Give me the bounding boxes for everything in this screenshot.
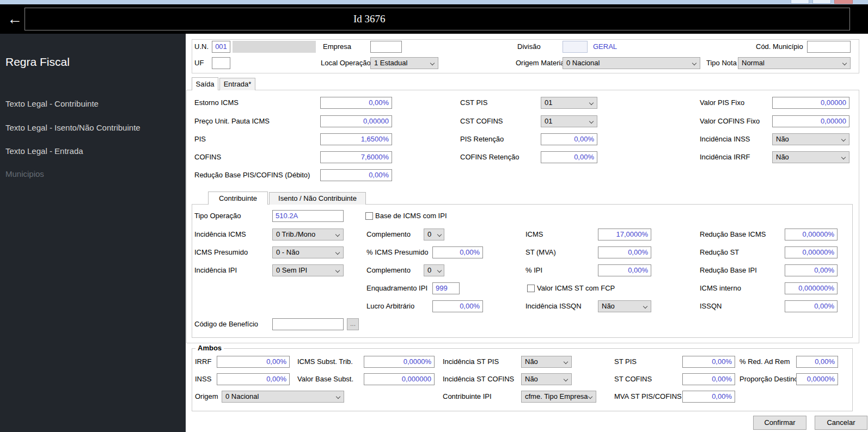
base-icms-ipi-label: Base de ICMS com IPI xyxy=(375,211,447,221)
mva-st-pis-cofins-input[interactable]: 0,00% xyxy=(682,391,735,403)
cod-municipio-input[interactable] xyxy=(807,41,851,53)
origem-select[interactable]: 0 Nacional xyxy=(222,391,344,403)
irrf-label: IRRF xyxy=(195,356,211,368)
preco-pauta-label: Preço Unit. Pauta ICMS xyxy=(194,115,270,127)
valor-base-subst-label: Valor Base Subst. xyxy=(297,373,353,385)
tab-contribuinte[interactable]: Contribuinte xyxy=(208,192,268,205)
inss-input[interactable]: 0,00% xyxy=(217,373,290,385)
maximize-button[interactable] xyxy=(812,0,831,4)
icms-presumido-select[interactable]: 0 - Não xyxy=(272,246,344,258)
chevron-down-icon xyxy=(335,232,340,237)
valor-cofins-fixo-input[interactable]: 0,00000 xyxy=(772,115,849,127)
incidencia-issqn-select[interactable]: Não xyxy=(598,300,651,312)
reducao-base-icms-input[interactable]: 0,00000% xyxy=(785,229,838,240)
back-arrow-icon[interactable]: ← xyxy=(5,9,24,29)
st-cofins-input[interactable]: 0,00% xyxy=(682,373,735,385)
incidencia-st-cofins-select[interactable]: Não xyxy=(521,373,572,385)
pis-input[interactable]: 1,6500% xyxy=(320,133,392,145)
complemento-ipi-label: Complemento xyxy=(366,264,411,276)
chevron-down-icon xyxy=(589,119,594,124)
proporcao-destino-input[interactable]: 0,0000% xyxy=(796,373,838,385)
origem-material-select[interactable]: 0 Nacional xyxy=(563,57,700,69)
lucro-arbitrario-label: Lucro Arbitrário xyxy=(366,300,414,312)
incidencia-ipi-select[interactable]: 0 Sem IPI xyxy=(272,264,344,276)
cancel-button[interactable]: Cancelar xyxy=(815,416,867,430)
st-cofins-label: ST COFINS xyxy=(614,373,652,385)
cod-municipio-label: Cód. Município xyxy=(756,41,803,53)
tab-saida[interactable]: Saída xyxy=(192,77,218,90)
enquadramento-ipi-input[interactable]: 999 xyxy=(432,282,460,294)
local-operacao-select[interactable]: 1 Estadual xyxy=(370,57,438,69)
valor-cofins-fixo-label: Valor COFINS Fixo xyxy=(700,115,760,127)
issqn-input[interactable]: 0,00% xyxy=(785,300,838,312)
valor-pis-fixo-input[interactable]: 0,00000 xyxy=(772,97,849,109)
cofins-retencao-input[interactable]: 0,00% xyxy=(541,151,597,163)
icms-subst-trib-input[interactable]: 0,0000% xyxy=(364,356,435,368)
contribuinte-ipi-select[interactable]: cfme. Tipo Empresa xyxy=(521,391,596,403)
window-titlebar xyxy=(0,0,868,4)
icms-label: ICMS xyxy=(525,229,543,240)
tipo-operacao-input[interactable]: 510.2A xyxy=(272,210,344,222)
icms-interno-label: ICMS interno xyxy=(700,282,741,294)
pis-retencao-input[interactable]: 0,00% xyxy=(541,133,597,145)
icms-input[interactable]: 17,0000% xyxy=(598,229,651,240)
empresa-input[interactable] xyxy=(370,41,402,53)
tab-isento-nao-contribuinte[interactable]: Isento / Não Contribuinte xyxy=(269,192,366,205)
incidencia-irrf-select[interactable]: Não xyxy=(772,151,849,163)
sidebar-item-municipios[interactable]: Municipios xyxy=(5,169,44,178)
reducao-base-ipi-input[interactable]: 0,00% xyxy=(785,264,838,276)
st-mva-input[interactable]: 0,00% xyxy=(598,246,651,258)
sidebar-item-texto-legal-entrada[interactable]: Texto Legal - Entrada xyxy=(5,146,83,156)
base-icms-ipi-checkbox[interactable] xyxy=(365,212,373,220)
confirm-button[interactable]: Confirmar xyxy=(753,416,806,430)
divisao-input[interactable] xyxy=(563,41,588,53)
valor-icms-st-fcp-checkbox[interactable] xyxy=(527,285,535,292)
cst-pis-select[interactable]: 01 xyxy=(541,97,597,109)
tipo-operacao-label: Tipo Operação xyxy=(194,210,241,222)
codigo-beneficio-browse-button[interactable]: ... xyxy=(347,318,359,330)
chevron-down-icon xyxy=(841,155,846,159)
cst-cofins-select[interactable]: 01 xyxy=(541,115,597,127)
pct-ipi-input[interactable]: 0,00% xyxy=(598,264,651,276)
cofins-input[interactable]: 7,6000% xyxy=(320,151,392,163)
sidebar-item-texto-legal-isento[interactable]: Texto Legal - Isento/Não Contribuinte xyxy=(5,123,140,132)
incidencia-icms-label: Incidência ICMS xyxy=(194,229,246,240)
minimize-button[interactable] xyxy=(791,0,809,4)
pct-red-ad-rem-input[interactable]: 0,00% xyxy=(796,356,838,368)
icms-presumido-label: ICMS Presumido xyxy=(194,246,248,258)
close-button[interactable] xyxy=(834,0,853,4)
chevron-down-icon xyxy=(437,268,442,273)
icms-interno-input[interactable]: 0,000000% xyxy=(785,282,838,294)
incidencia-st-pis-select[interactable]: Não xyxy=(521,356,572,368)
pct-icms-presumido-input[interactable]: 0,00% xyxy=(432,246,483,258)
st-pis-input[interactable]: 0,00% xyxy=(682,356,735,368)
sidebar-item-texto-legal-contribuinte[interactable]: Texto Legal - Contribuinte xyxy=(5,99,99,108)
divisao-description: GERAL xyxy=(593,41,617,53)
reducao-st-label: Redução ST xyxy=(700,246,739,258)
codigo-beneficio-input[interactable] xyxy=(272,318,344,330)
uf-input[interactable] xyxy=(212,57,230,69)
complemento-ipi-select[interactable]: 0 xyxy=(424,264,444,276)
lucro-arbitrario-input[interactable]: 0,00% xyxy=(432,300,483,312)
chevron-down-icon xyxy=(564,377,568,381)
incidencia-inss-select[interactable]: Não xyxy=(772,133,849,145)
valor-base-subst-input[interactable]: 0,000000 xyxy=(364,373,435,385)
un-input[interactable]: 001 xyxy=(212,41,230,53)
empresa-label: Empresa xyxy=(323,41,351,53)
tab-entrada[interactable]: Entrada* xyxy=(219,78,255,90)
irrf-input[interactable]: 0,00% xyxy=(217,356,290,368)
chevron-down-icon xyxy=(335,268,340,273)
st-mva-label: ST (MVA) xyxy=(525,246,556,258)
valor-icms-st-fcp-label: Valor ICMS ST com FCP xyxy=(537,283,615,293)
preco-pauta-input[interactable]: 0,00000 xyxy=(320,115,392,127)
divisao-label: Divisão xyxy=(517,41,541,53)
cst-cofins-label: CST COFINS xyxy=(460,115,503,127)
reducao-st-input[interactable]: 0,00000% xyxy=(785,246,838,258)
incidencia-icms-select[interactable]: 0 Trib./Mono xyxy=(272,229,344,240)
estorno-icms-input[interactable]: 0,00% xyxy=(320,97,392,109)
valor-pis-fixo-label: Valor PIS Fixo xyxy=(700,97,744,109)
reducao-pis-cofins-input[interactable]: 0,00% xyxy=(320,169,392,181)
reducao-base-ipi-label: Redução Base IPI xyxy=(700,264,757,276)
tipo-nota-select[interactable]: Normal xyxy=(738,57,851,69)
complemento-icms-select[interactable]: 0 xyxy=(424,229,444,240)
